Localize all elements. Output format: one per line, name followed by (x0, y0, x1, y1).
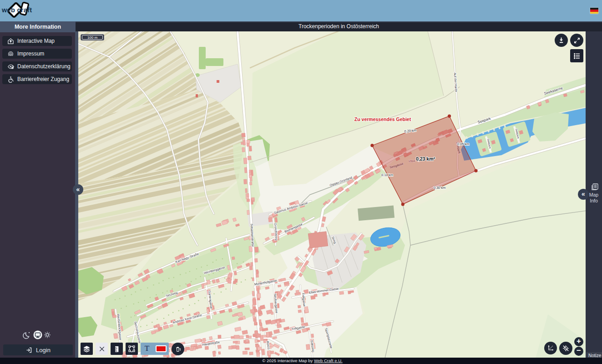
svg-text:web craft: web craft (1, 6, 32, 14)
svg-text:0,11 km: 0,11 km (381, 173, 393, 177)
svg-text:0,30 km: 0,30 km (434, 186, 446, 190)
svg-text:0,05 km: 0,05 km (457, 142, 470, 146)
svg-text:0,23 km²: 0,23 km² (416, 156, 435, 162)
svg-text:Zu vermessendes Gebiet: Zu vermessendes Gebiet (354, 116, 411, 122)
